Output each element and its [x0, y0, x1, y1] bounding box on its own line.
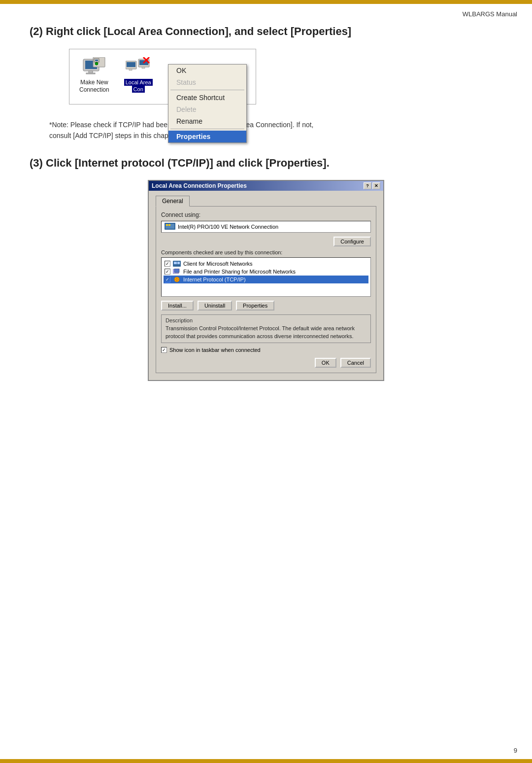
local-area-con: Con [132, 86, 145, 93]
show-icon-row: ✓ Show icon in taskbar when connected [161, 347, 371, 353]
ok-button[interactable]: OK [315, 358, 336, 368]
dialog-wrapper: Local Area Connection Properties ? ✕ Gen… [30, 180, 502, 381]
svg-rect-2 [89, 71, 93, 73]
general-tab[interactable]: General [156, 196, 190, 207]
make-new-connection-label: Make New Connection [79, 79, 109, 94]
component-client-ms[interactable]: ✓ Client for Microsoft Networks [164, 260, 368, 268]
make-new-connection-icon [82, 57, 106, 79]
help-button[interactable]: ? [364, 182, 371, 189]
context-menu-status: Status [168, 76, 246, 88]
checkbox-tcp-ip[interactable]: ✓ [165, 277, 170, 282]
install-button[interactable]: Install... [161, 301, 194, 311]
local-area-highlight: Local Area [124, 79, 153, 86]
component-file-printer-label: File and Printer Sharing for Microsoft N… [183, 269, 296, 275]
context-menu-sep2 [170, 129, 244, 129]
client-icon [173, 261, 181, 267]
section2-heading: (2) Right click [Local Area Connection],… [30, 25, 502, 39]
components-list: ✓ Client for Microsoft Networks ✓ [161, 257, 371, 297]
local-area-label: Local Area Con [124, 79, 153, 93]
context-menu-rename[interactable]: Rename [168, 115, 246, 127]
svg-rect-25 [174, 269, 179, 273]
svg-rect-10 [127, 62, 135, 67]
context-menu-properties[interactable]: Properties [168, 131, 246, 142]
description-title: Description [166, 317, 366, 323]
device-box: Intel(R) PRO/100 VE Network Connection [161, 221, 371, 233]
note-text: *Note: Please check if TCP/IP had been i… [49, 119, 502, 141]
close-button[interactable]: ✕ [372, 182, 380, 189]
manual-title: WLBARGS Manual [463, 10, 517, 18]
component-file-printer[interactable]: ✓ File and Printer Sharing for Microsoft… [164, 268, 368, 276]
context-menu-create-shortcut[interactable]: Create Shortcut [168, 92, 246, 104]
bottom-gold-bar [0, 759, 532, 763]
titlebar-controls: ? ✕ [364, 182, 380, 189]
description-text: Transmission Control Protocol/Internet P… [166, 325, 366, 340]
uninstall-button[interactable]: Uninstall [198, 301, 232, 311]
description-section: Description Transmission Control Protoco… [161, 314, 371, 343]
show-icon-label: Show icon in taskbar when connected [169, 347, 261, 353]
checkbox-client[interactable]: ✓ [165, 261, 170, 267]
svg-rect-14 [142, 67, 145, 69]
configure-button[interactable]: Configure [333, 237, 371, 246]
network-card-icon [165, 223, 175, 231]
svg-rect-3 [86, 73, 95, 74]
install-buttons-row: Install... Uninstall Properties [161, 301, 371, 311]
ok-cancel-row: OK Cancel [161, 358, 371, 368]
svg-rect-11 [129, 69, 132, 70]
file-printer-icon [173, 269, 181, 275]
show-icon-checkbox[interactable]: ✓ [161, 347, 167, 353]
tcp-ip-icon [173, 277, 181, 282]
dialog-titlebar: Local Area Connection Properties ? ✕ [149, 181, 383, 191]
device-name: Intel(R) PRO/100 VE Network Connection [178, 224, 278, 230]
dialog-title: Local Area Connection Properties [152, 182, 247, 189]
cancel-button[interactable]: Cancel [340, 358, 371, 368]
connect-using-label: Connect using: [161, 211, 371, 218]
local-area-connection-icon [126, 57, 151, 79]
connections-window: Make New Connection [69, 49, 256, 104]
local-area-connection-dialog: Local Area Connection Properties ? ✕ Gen… [148, 180, 384, 381]
tab-strip: General [156, 196, 376, 206]
context-menu-sep1 [170, 90, 244, 90]
make-new-connection-icon-col: Make New Connection [79, 57, 109, 94]
svg-rect-23 [177, 262, 180, 264]
svg-rect-6 [95, 60, 98, 61]
configure-row: Configure [161, 237, 371, 246]
checkbox-file-printer[interactable]: ✓ [165, 269, 170, 275]
properties-button[interactable]: Properties [236, 301, 274, 311]
svg-rect-19 [166, 224, 168, 226]
svg-rect-20 [168, 224, 170, 226]
component-client-label: Client for Microsoft Networks [183, 261, 253, 267]
device-row: Intel(R) PRO/100 VE Network Connection [161, 221, 371, 233]
page-number: 9 [514, 747, 517, 754]
context-menu: OK Status Create Shortcut Delete Rename … [168, 64, 247, 143]
components-label: Components checked are used by this conn… [161, 249, 371, 255]
svg-rect-22 [174, 262, 177, 264]
section3-heading: (3) Click [Internet protocol (TCP/IP)] a… [30, 156, 502, 171]
top-gold-bar [0, 0, 532, 4]
tab-content: Connect using: Intel(R) PRO/100 VE Netwo… [156, 206, 376, 373]
component-tcp-ip-label: Internet Protocol (TCP/IP) [183, 277, 246, 282]
dialog-content: General Connect using: [149, 191, 383, 380]
main-content: (2) Right click [Local Area Connection],… [30, 25, 502, 748]
context-menu-disable[interactable]: OK [168, 65, 246, 76]
component-tcp-ip[interactable]: ✓ Internet Protocol (TCP/IP) [164, 276, 368, 283]
local-area-connection-icon-col: Local Area Con [124, 57, 153, 93]
context-menu-delete: Delete [168, 104, 246, 115]
header: WLBARGS Manual [0, 4, 532, 24]
